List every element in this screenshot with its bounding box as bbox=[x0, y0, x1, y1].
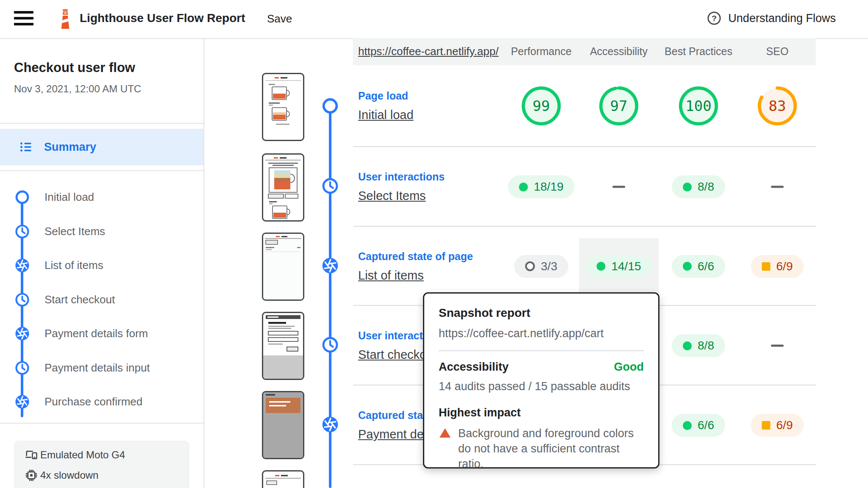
sidebar-step-select-items[interactable]: Select Items bbox=[0, 219, 199, 244]
step-label: List of items bbox=[45, 259, 103, 272]
row-type-link[interactable]: Page load bbox=[358, 90, 414, 102]
row-type-link[interactable]: Captured state of page bbox=[358, 250, 473, 263]
column-best-practices: Best Practices bbox=[665, 45, 732, 58]
table-row-initial-load: Page load Initial load 99 97 100 83 bbox=[353, 65, 816, 146]
performance-chip[interactable]: 18/19 bbox=[508, 175, 574, 198]
tooltip-category: Accessibility bbox=[439, 360, 509, 374]
sidebar-item-summary[interactable]: Summary bbox=[0, 129, 203, 165]
save-button[interactable]: Save bbox=[267, 12, 292, 25]
timespan-clock-icon bbox=[322, 177, 339, 194]
chip-value: 6/9 bbox=[776, 260, 793, 273]
row-name-link[interactable]: Initial load bbox=[358, 108, 414, 122]
chip-value: 18/19 bbox=[534, 180, 563, 194]
top-bar: Lighthouse User Flow Report Save Underst… bbox=[0, 0, 868, 39]
best-practices-chip[interactable]: 8/8 bbox=[672, 175, 725, 198]
table-row-select-items: User interactions Select Items 18/19 8/8 bbox=[353, 146, 816, 227]
divider bbox=[0, 170, 203, 171]
step-label: Initial load bbox=[45, 191, 94, 204]
tooltip-impact-title: Highest impact bbox=[439, 406, 644, 419]
not-applicable-dash bbox=[771, 345, 784, 347]
sidebar-step-list-of-items[interactable]: List of items bbox=[0, 252, 199, 278]
column-accessibility: Accessibility bbox=[590, 45, 648, 58]
column-performance: Performance bbox=[511, 45, 571, 58]
env-cpu: 4x slowdown bbox=[14, 466, 189, 485]
tooltip-url: https://coffee-cart.netlify.app/cart bbox=[439, 327, 644, 340]
sidebar-step-start-checkout[interactable]: Start checkout bbox=[0, 287, 199, 312]
timespan-clock-icon bbox=[15, 224, 30, 239]
screenshot-thumbnail-purchase-confirmed bbox=[262, 470, 304, 488]
snapshot-aperture-icon bbox=[15, 394, 30, 409]
chip-value: 6/6 bbox=[698, 419, 714, 432]
row-name-link[interactable]: Select Items bbox=[358, 189, 445, 203]
flow-date: Nov 3, 2021, 12:00 AM UTC bbox=[14, 83, 141, 95]
seo-gauge[interactable]: 83 bbox=[757, 86, 798, 126]
snapshot-aperture-icon bbox=[322, 257, 339, 274]
menu-icon[interactable] bbox=[14, 11, 33, 27]
devices-icon bbox=[25, 449, 38, 461]
chip-value: 8/8 bbox=[698, 180, 714, 194]
pass-dot-icon bbox=[683, 183, 692, 191]
cpu-icon bbox=[25, 469, 38, 482]
pass-dot-icon bbox=[683, 421, 692, 430]
chip-value: 6/6 bbox=[698, 260, 714, 273]
chip-value: 6/9 bbox=[776, 419, 793, 432]
navigation-circle-icon bbox=[15, 190, 30, 205]
screenshot-thumbnail-select-items bbox=[262, 153, 304, 222]
snapshot-report-tooltip: Snapshot report https://coffee-cart.netl… bbox=[423, 292, 659, 469]
warning-triangle-icon bbox=[440, 428, 451, 438]
timespan-clock-icon bbox=[15, 360, 30, 375]
pass-dot-icon bbox=[683, 341, 692, 350]
tooltip-impact-text: Background and foreground colors do not … bbox=[458, 426, 644, 472]
sidebar-step-payment-details-form[interactable]: Payment details form bbox=[0, 321, 199, 346]
env-cpu-label: 4x slowdown bbox=[40, 469, 98, 481]
understanding-flows-link[interactable]: Understanding Flows bbox=[707, 11, 836, 25]
performance-chip[interactable]: 3/3 bbox=[514, 255, 568, 278]
divider bbox=[0, 123, 203, 124]
summary-list-icon bbox=[19, 140, 33, 154]
table-header: https://coffee-cart.netlify.app/ Perform… bbox=[353, 38, 816, 65]
best-practices-chip[interactable]: 6/6 bbox=[672, 255, 725, 278]
gauge-score: 97 bbox=[598, 86, 639, 126]
step-label: Start checkout bbox=[45, 293, 115, 306]
seo-chip[interactable]: 6/9 bbox=[751, 414, 804, 437]
seo-chip[interactable]: 6/9 bbox=[751, 255, 804, 278]
row-name-link[interactable]: List of items bbox=[358, 269, 473, 283]
gauge-score: 100 bbox=[678, 86, 719, 126]
average-square-icon bbox=[762, 421, 771, 430]
snapshot-aperture-icon bbox=[15, 258, 30, 273]
lighthouse-logo-icon bbox=[56, 8, 74, 30]
pass-dot-icon bbox=[683, 262, 692, 271]
sidebar-step-initial-load[interactable]: Initial load bbox=[0, 184, 199, 210]
env-device-label: Emulated Moto G4 bbox=[40, 449, 125, 461]
step-label: Select Items bbox=[45, 225, 105, 238]
timespan-clock-icon bbox=[322, 336, 339, 353]
lighthouse-flow-report-app: Lighthouse User Flow Report Save Underst… bbox=[0, 0, 868, 488]
tooltip-rating: Good bbox=[614, 360, 644, 374]
snapshot-aperture-icon bbox=[15, 326, 30, 341]
step-label: Payment details input bbox=[45, 361, 150, 374]
performance-gauge[interactable]: 99 bbox=[521, 86, 562, 126]
chip-value: 8/8 bbox=[698, 339, 714, 352]
flow-title: Checkout user flow bbox=[14, 60, 135, 75]
pass-dot-icon bbox=[519, 183, 528, 191]
accessibility-gauge[interactable]: 97 bbox=[598, 86, 639, 126]
screenshot-thumbnail-start-checkout bbox=[262, 312, 304, 380]
understanding-flows-label: Understanding Flows bbox=[728, 12, 836, 25]
step-label: Payment details form bbox=[45, 327, 148, 340]
screenshot-thumbnail-list-of-items bbox=[262, 233, 304, 301]
best-practices-gauge[interactable]: 100 bbox=[678, 86, 719, 126]
app-title: Lighthouse User Flow Report bbox=[80, 11, 245, 25]
sidebar-step-purchase-confirmed[interactable]: Purchase confirmed bbox=[0, 389, 199, 414]
screenshot-thumbnail-payment-details-input bbox=[262, 391, 304, 459]
best-practices-chip[interactable]: 8/8 bbox=[672, 334, 725, 357]
step-label: Purchase confirmed bbox=[45, 395, 142, 408]
screenshot-thumbnail-initial-load bbox=[262, 73, 304, 141]
row-type-link[interactable]: User interactions bbox=[358, 171, 445, 183]
not-applicable-dash bbox=[771, 186, 784, 188]
best-practices-chip[interactable]: 6/6 bbox=[672, 414, 725, 437]
report-url-link[interactable]: https://coffee-cart.netlify.app/ bbox=[358, 45, 498, 58]
divider bbox=[439, 350, 644, 351]
accessibility-chip[interactable]: 14/15 bbox=[585, 255, 652, 278]
sidebar: Checkout user flow Nov 3, 2021, 12:00 AM… bbox=[0, 38, 204, 488]
sidebar-step-payment-details-input[interactable]: Payment details input bbox=[0, 355, 199, 380]
